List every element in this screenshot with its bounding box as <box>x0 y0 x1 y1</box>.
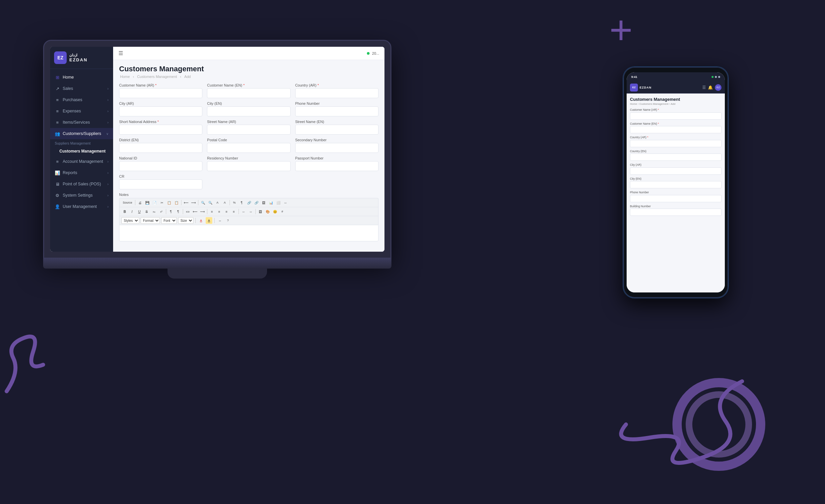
sidebar-item-reports[interactable]: 📊 Reports › <box>50 167 113 178</box>
toolbar-italic[interactable]: I <box>129 208 135 215</box>
phone-input-customer-name-en[interactable] <box>630 126 722 133</box>
phone-input-country-ar[interactable] <box>630 140 722 147</box>
toolbar-color[interactable]: 🎨 <box>265 208 271 215</box>
input-customer-name-en[interactable] <box>207 88 290 98</box>
input-customer-name-ar[interactable] <box>119 88 202 98</box>
phone-bell-icon[interactable]: 🔔 <box>708 85 713 90</box>
input-street-name-en[interactable] <box>295 125 378 135</box>
phone-topbar-icons: ☰ 🔔 EZ <box>702 84 722 91</box>
toolbar-blockquote[interactable]: «» <box>184 208 191 215</box>
toolbar-redo[interactable]: ⟶ <box>190 199 197 206</box>
phone-avatar[interactable]: EZ <box>715 84 722 91</box>
input-phone-number[interactable] <box>295 106 378 116</box>
toolbar-superscript[interactable]: x² <box>158 208 164 215</box>
phone-input-city-en[interactable] <box>630 181 722 188</box>
input-country-ar[interactable] <box>295 88 378 98</box>
toolbar-bold[interactable]: B <box>122 208 128 215</box>
toolbar-copy[interactable]: 📋 <box>166 199 172 206</box>
reports-icon: 📊 <box>55 170 60 175</box>
input-short-national-address[interactable] <box>119 125 202 135</box>
editor-font-select[interactable]: Font <box>161 217 177 224</box>
toolbar-para[interactable]: ¶ <box>238 199 245 206</box>
topbar: ☰ 20... <box>113 47 384 60</box>
label-street-name-en: Street Name (EN) <box>295 120 378 124</box>
toolbar-lang[interactable]: A <box>222 199 228 206</box>
toolbar-block[interactable]: ⬜ <box>275 199 282 206</box>
sidebar-item-expenses[interactable]: ≡ Expenses › <box>50 105 113 117</box>
sidebar-item-home[interactable]: ⊞ Home <box>50 72 113 83</box>
toolbar-indent-more[interactable]: ⟶ <box>199 208 206 215</box>
toolbar-find[interactable]: 🔍 <box>200 199 206 206</box>
input-residency-number[interactable] <box>207 161 290 171</box>
input-cr[interactable] <box>119 179 202 189</box>
toolbar-underline[interactable]: U <box>136 208 143 215</box>
toolbar-font-color[interactable]: A <box>198 217 204 224</box>
form-group-national-id: National ID <box>119 156 202 171</box>
editor-styles-select[interactable]: Styles <box>122 217 139 224</box>
toolbar-special-char[interactable]: % <box>231 199 238 206</box>
toolbar-replace[interactable]: 🔍 <box>207 199 214 206</box>
user-management-icon: 👤 <box>55 204 60 209</box>
phone-hamburger-icon[interactable]: ☰ <box>702 85 706 90</box>
editor-body[interactable] <box>119 225 378 241</box>
editor-format-select[interactable]: Format <box>141 217 160 224</box>
input-city-en[interactable] <box>207 106 290 116</box>
toolbar-save[interactable]: 💾 <box>144 199 151 206</box>
input-passport-number[interactable] <box>295 161 378 171</box>
toolbar-maximize[interactable]: ↔ <box>282 199 289 206</box>
sidebar-item-system-settings[interactable]: ⚙ System Settings › <box>50 190 113 201</box>
phone-input-building-number[interactable] <box>630 208 722 216</box>
toolbar-unlink[interactable]: 🔗 <box>253 199 260 206</box>
input-street-name-ar[interactable] <box>207 125 290 135</box>
toolbar-cut[interactable]: ✂ <box>159 199 165 206</box>
phone-input-country-en[interactable] <box>630 154 722 161</box>
form-grid: Customer Name (AR) * Customer Name (EN) … <box>119 83 378 171</box>
input-secondary-number[interactable] <box>295 143 378 153</box>
toolbar-emoji[interactable]: 😊 <box>272 208 278 215</box>
notes-section: Notes Source 🖨 💾 📄 ✂ 📋 📋 ⟵ <box>119 193 378 241</box>
toolbar-paste[interactable]: 📋 <box>173 199 180 206</box>
sidebar-item-pos[interactable]: 🖥 Point of Sales (POS) › <box>50 178 113 190</box>
toolbar-hashtag[interactable]: # <box>279 208 286 215</box>
sidebar-subitem-customers-management[interactable]: Customers Management <box>50 147 113 156</box>
toolbar-help[interactable]: ? <box>225 217 231 224</box>
toolbar-expand[interactable]: ↔ <box>217 217 223 224</box>
toolbar-align-right[interactable]: ≡ <box>223 208 230 215</box>
toolbar-image[interactable]: 🖼 <box>260 199 267 206</box>
editor-toolbar-row2: B I U S x₂ x² ¶ ¶ «» ⟵ ⟶ <box>119 207 378 216</box>
hamburger-icon[interactable]: ☰ <box>119 50 123 56</box>
sidebar-item-sales[interactable]: ↗ Sales › <box>50 83 113 94</box>
sidebar-item-purchases[interactable]: ≡ Purchases › <box>50 94 113 105</box>
toolbar-ul[interactable]: ¶ <box>175 208 181 215</box>
toolbar-strike[interactable]: S <box>143 208 150 215</box>
input-city-ar[interactable] <box>119 106 202 116</box>
sidebar-item-account-management[interactable]: ≡ Account Management › <box>50 156 113 167</box>
toolbar-align-center[interactable]: ≡ <box>216 208 223 215</box>
toolbar-align-left[interactable]: ≡ <box>209 208 215 215</box>
toolbar-image2[interactable]: 🖼 <box>257 208 264 215</box>
toolbar-print[interactable]: 🖨 <box>137 199 143 206</box>
toolbar-link[interactable]: 🔗 <box>246 199 252 206</box>
toolbar-undo[interactable]: ⟵ <box>183 199 190 206</box>
toolbar-source[interactable]: Source <box>122 199 134 206</box>
input-national-id[interactable] <box>119 161 202 171</box>
toolbar-rtl[interactable]: ↔ <box>240 208 247 215</box>
sidebar-item-items-services[interactable]: ≡ Items/Services › <box>50 117 113 128</box>
editor-size-select[interactable]: Size <box>178 217 194 224</box>
phone-input-customer-name-ar[interactable] <box>630 112 722 120</box>
toolbar-bg-color[interactable]: A <box>206 217 212 224</box>
toolbar-table[interactable]: 📊 <box>268 199 274 206</box>
toolbar-spell[interactable]: A <box>214 199 221 206</box>
toolbar-ol[interactable]: ¶ <box>167 208 174 215</box>
toolbar-ltr[interactable]: ↔ <box>247 208 254 215</box>
toolbar-preview[interactable]: 📄 <box>151 199 158 206</box>
sidebar-item-user-management[interactable]: 👤 User Management › <box>50 201 113 212</box>
toolbar-indent-less[interactable]: ⟵ <box>192 208 198 215</box>
input-postal-code[interactable] <box>207 143 290 153</box>
toolbar-subscript[interactable]: x₂ <box>151 208 157 215</box>
phone-input-phone-number[interactable] <box>630 195 722 202</box>
phone-input-city-ar[interactable] <box>630 167 722 175</box>
input-district-en[interactable] <box>119 143 202 153</box>
toolbar-align-justify[interactable]: ≡ <box>231 208 237 215</box>
sidebar-item-customers-suppliers[interactable]: 👥 Customers/Suppliers ∨ <box>50 128 113 139</box>
